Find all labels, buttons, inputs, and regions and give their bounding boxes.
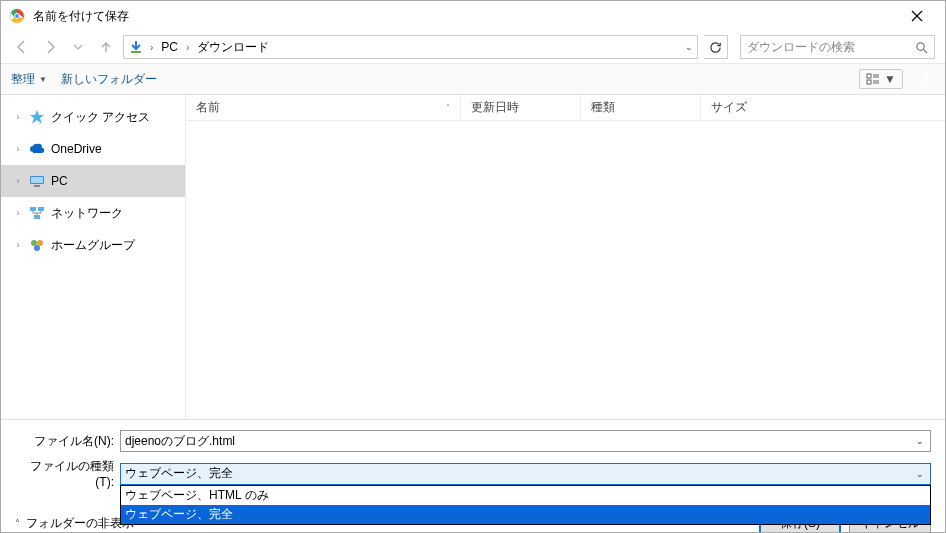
expand-icon[interactable]: › [13, 112, 23, 122]
search-input[interactable]: ダウンロードの検索 [740, 35, 935, 59]
help-button[interactable]: ? [917, 70, 935, 88]
expand-icon[interactable]: › [13, 144, 23, 154]
svg-rect-8 [31, 177, 43, 183]
refresh-button[interactable] [704, 35, 728, 59]
chevron-down-icon[interactable]: ⌄ [914, 469, 926, 479]
window-title: 名前を付けて保存 [33, 8, 897, 25]
address-bar[interactable]: › PC › ダウンロード ⌄ [123, 35, 698, 59]
search-icon [915, 41, 928, 54]
chevron-up-icon: ˄ [15, 518, 20, 529]
onedrive-icon [29, 141, 45, 157]
navigation-bar: › PC › ダウンロード ⌄ ダウンロードの検索 [1, 31, 945, 63]
svg-rect-12 [34, 215, 40, 219]
filetype-select[interactable]: ウェブページ、完全 ⌄ ウェブページ、HTML のみ ウェブページ、完全 [120, 463, 931, 485]
chevron-down-icon: ▼ [884, 72, 896, 86]
svg-rect-5 [867, 74, 871, 78]
filetype-option-html-only[interactable]: ウェブページ、HTML のみ [121, 486, 930, 505]
tree-label: クイック アクセス [51, 109, 150, 126]
organize-label: 整理 [11, 71, 35, 88]
svg-rect-9 [34, 185, 40, 187]
folder-tree: › クイック アクセス › OneDrive › PC › ネットワーク › ホ… [1, 95, 186, 419]
filename-value: djeenoのブログ.html [125, 433, 914, 450]
forward-button[interactable] [39, 36, 61, 58]
tree-quick-access[interactable]: › クイック アクセス [1, 101, 185, 133]
organize-button[interactable]: 整理 ▼ [11, 71, 47, 88]
back-button[interactable] [11, 36, 33, 58]
view-options-button[interactable]: ▼ [859, 69, 903, 89]
network-icon [29, 205, 45, 221]
svg-rect-6 [867, 80, 871, 84]
tree-label: ネットワーク [51, 205, 123, 222]
toolbar: 整理 ▼ 新しいフォルダー ▼ ? [1, 63, 945, 95]
close-button[interactable] [897, 1, 937, 31]
chevron-right-icon: › [184, 42, 191, 53]
chevron-down-icon: ▼ [39, 75, 47, 84]
filetype-option-complete[interactable]: ウェブページ、完全 [121, 505, 930, 524]
svg-point-4 [917, 42, 924, 49]
tree-onedrive[interactable]: › OneDrive [1, 133, 185, 165]
quick-access-icon [29, 109, 45, 125]
svg-point-15 [34, 245, 40, 251]
filetype-value: ウェブページ、完全 [125, 465, 914, 482]
up-button[interactable] [95, 36, 117, 58]
view-icon [866, 73, 880, 85]
filename-label: ファイル名(N): [15, 433, 120, 450]
expand-icon[interactable]: › [13, 208, 23, 218]
tree-pc[interactable]: › PC [1, 165, 185, 197]
tree-label: PC [51, 174, 68, 188]
tree-homegroup[interactable]: › ホームグループ [1, 229, 185, 261]
recent-dropdown[interactable] [67, 36, 89, 58]
hide-folders-label: フォルダーの非表示 [26, 515, 134, 532]
svg-point-13 [31, 240, 37, 246]
svg-point-14 [37, 240, 43, 246]
tree-network[interactable]: › ネットワーク [1, 197, 185, 229]
column-date[interactable]: 更新日時 [461, 95, 581, 120]
svg-rect-10 [30, 207, 36, 211]
chevron-down-icon[interactable]: ⌄ [914, 436, 926, 446]
file-list[interactable]: 名前˄ 更新日時 種類 サイズ [186, 95, 945, 419]
chrome-icon [9, 8, 25, 24]
filename-input[interactable]: djeenoのブログ.html ⌄ [120, 430, 931, 452]
svg-point-2 [15, 14, 20, 19]
search-placeholder: ダウンロードの検索 [747, 39, 915, 56]
column-name[interactable]: 名前˄ [186, 95, 461, 120]
column-type[interactable]: 種類 [581, 95, 701, 120]
save-panel: ファイル名(N): djeenoのブログ.html ⌄ ファイルの種類(T): … [1, 419, 945, 533]
expand-icon[interactable]: › [13, 176, 23, 186]
new-folder-label: 新しいフォルダー [61, 71, 157, 88]
breadcrumb-pc[interactable]: PC [159, 40, 180, 54]
svg-rect-11 [38, 207, 44, 211]
svg-rect-3 [131, 51, 141, 53]
address-dropdown-icon[interactable]: ⌄ [685, 42, 693, 52]
sort-asc-icon: ˄ [446, 103, 450, 112]
filetype-label: ファイルの種類(T): [15, 458, 120, 489]
list-header: 名前˄ 更新日時 種類 サイズ [186, 95, 945, 121]
downloads-icon [128, 39, 144, 55]
homegroup-icon [29, 237, 45, 253]
expand-icon[interactable]: › [13, 240, 23, 250]
tree-label: ホームグループ [51, 237, 135, 254]
column-size[interactable]: サイズ [701, 95, 781, 120]
tree-label: OneDrive [51, 142, 102, 156]
breadcrumb-downloads[interactable]: ダウンロード [195, 39, 271, 56]
hide-folders-button[interactable]: ˄ フォルダーの非表示 [15, 515, 134, 532]
titlebar: 名前を付けて保存 [1, 1, 945, 31]
chevron-right-icon: › [148, 42, 155, 53]
filetype-dropdown: ウェブページ、HTML のみ ウェブページ、完全 [120, 485, 931, 525]
new-folder-button[interactable]: 新しいフォルダー [61, 71, 157, 88]
pc-icon [29, 173, 45, 189]
